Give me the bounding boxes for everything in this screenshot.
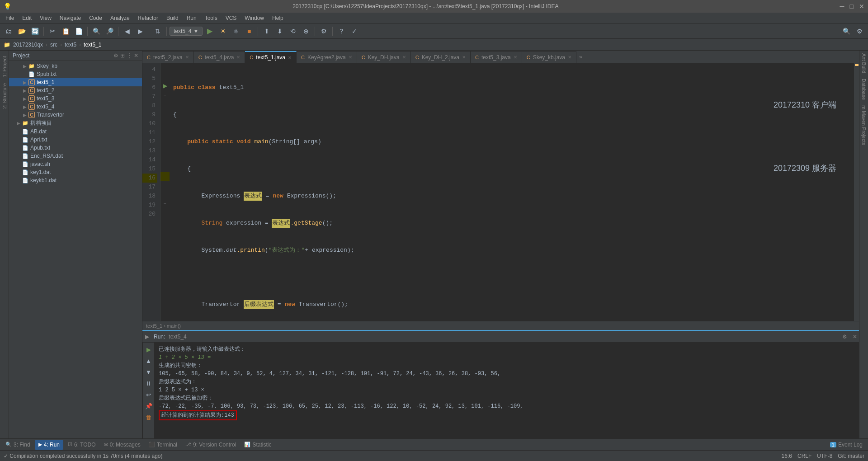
bottom-tab-statistic[interactable]: 📊 Statistic bbox=[241, 440, 275, 450]
run-pause-btn[interactable]: ⏸ bbox=[144, 378, 154, 388]
tab-more-button[interactable]: » bbox=[576, 54, 585, 60]
status-git-branch[interactable]: Git: master bbox=[838, 453, 864, 459]
project-expand-icon[interactable]: ⊞ bbox=[120, 52, 125, 59]
status-line-ending[interactable]: CRLF bbox=[797, 453, 811, 459]
tab-close-key-dh[interactable]: ✕ bbox=[402, 55, 406, 60]
tab-text5-3[interactable]: C text5_3.java ✕ bbox=[471, 51, 522, 63]
fold-gutter-line19[interactable]: − bbox=[160, 199, 170, 208]
run-pin-btn[interactable]: 📌 bbox=[144, 401, 154, 411]
paste-btn[interactable]: 📄 bbox=[73, 25, 85, 37]
find-btn[interactable]: 🔍 bbox=[90, 25, 102, 37]
tab-close-keyagree2[interactable]: ✕ bbox=[349, 55, 352, 60]
vcs4-btn[interactable]: ⊕ bbox=[300, 25, 312, 37]
status-position[interactable]: 16:6 bbox=[782, 453, 792, 459]
search-everywhere-btn[interactable]: 🔍 bbox=[840, 25, 852, 37]
run-scroll-down-btn[interactable]: ▼ bbox=[144, 367, 154, 377]
bottom-tab-run[interactable]: ▶ 4: Run bbox=[35, 440, 63, 450]
checkmark-btn[interactable]: ✓ bbox=[349, 25, 360, 37]
maximize-button[interactable]: □ bbox=[850, 3, 854, 10]
sync-btn[interactable]: 🔄 bbox=[29, 25, 41, 37]
tree-item-spub[interactable]: 📄 Spub.txt bbox=[9, 70, 142, 78]
project-settings-icon[interactable]: ⋮ bbox=[127, 52, 132, 59]
breadcrumb-src[interactable]: src bbox=[50, 42, 57, 48]
code-content[interactable]: public class text5_1 { public static voi… bbox=[170, 63, 854, 321]
tab-skey-kb[interactable]: C Skey_kb.java ✕ bbox=[522, 51, 576, 63]
run-stop-btn[interactable]: 🗑 bbox=[144, 412, 154, 422]
menu-code[interactable]: Code bbox=[85, 14, 106, 22]
menu-vcs[interactable]: VCS bbox=[222, 14, 241, 22]
breadcrumb-current[interactable]: text5_1 bbox=[84, 42, 101, 48]
vcs1-btn[interactable]: ⬆ bbox=[261, 25, 273, 37]
tree-arrow-dada[interactable]: ▶ bbox=[15, 121, 22, 126]
run-wrap-btn[interactable]: ↩ bbox=[144, 390, 154, 400]
cut-btn[interactable]: ✂ bbox=[47, 25, 58, 37]
right-label-ant[interactable]: Ant Build bbox=[859, 51, 868, 76]
settings2-btn[interactable]: ⚙ bbox=[854, 25, 865, 37]
fold-gutter-line7[interactable]: − bbox=[160, 90, 170, 99]
tree-item-text5-4[interactable]: ▶ C text5_4 bbox=[9, 103, 142, 111]
tree-item-apri[interactable]: 📄 Apri.txt bbox=[9, 136, 142, 144]
stop-btn[interactable]: ■ bbox=[243, 25, 255, 37]
vcs3-btn[interactable]: ⟲ bbox=[287, 25, 299, 37]
find-replace-btn[interactable]: 🔎 bbox=[104, 25, 115, 37]
structure-btn[interactable]: ⇅ bbox=[152, 25, 164, 37]
tree-item-key1[interactable]: 📄 key1.dat bbox=[9, 168, 142, 176]
event-log-btn[interactable]: 1 Event Log bbox=[826, 440, 866, 450]
menu-navigate[interactable]: Navigate bbox=[56, 14, 85, 22]
bottom-tab-todo[interactable]: ☑ 6: TODO bbox=[64, 440, 99, 450]
menu-tools[interactable]: Tools bbox=[201, 14, 221, 22]
sidebar-label-project[interactable]: 1: Project bbox=[1, 54, 8, 79]
project-close-icon[interactable]: ✕ bbox=[134, 52, 138, 59]
code-editor[interactable]: 4 5 6 7 8 9 10 11 12 13 14 15 16 17 18 1… bbox=[142, 63, 854, 321]
bottom-tab-terminal[interactable]: ⬛ Terminal bbox=[145, 440, 181, 450]
tree-item-keykb1[interactable]: 📄 keykb1.dat bbox=[9, 176, 142, 184]
right-scrollbar[interactable] bbox=[854, 63, 859, 321]
tree-arrow-text5-2[interactable]: ▶ bbox=[22, 88, 28, 93]
run-scroll-up-btn[interactable]: ▲ bbox=[144, 356, 154, 366]
status-encoding[interactable]: UTF-8 bbox=[817, 453, 832, 459]
bottom-tab-find[interactable]: 🔍 3: Find bbox=[2, 440, 34, 450]
run-again-btn[interactable]: ▶ bbox=[144, 344, 154, 354]
project-gear-icon[interactable]: ⚙ bbox=[113, 52, 118, 59]
tree-item-text5-2[interactable]: ▶ C text5_2 bbox=[9, 86, 142, 94]
tab-text5-1[interactable]: C text5_1.java ✕ bbox=[245, 51, 297, 63]
tab-key-dh-2[interactable]: C Key_DH_2.java ✕ bbox=[411, 51, 471, 63]
forward-btn[interactable]: ▶ bbox=[134, 25, 146, 37]
menu-run[interactable]: Run bbox=[183, 14, 200, 22]
copy-btn[interactable]: 📋 bbox=[60, 25, 71, 37]
tree-item-ab-dat[interactable]: 📄 AB.dat bbox=[9, 127, 142, 136]
help2-btn[interactable]: ? bbox=[335, 25, 347, 37]
sidebar-label-structure[interactable]: 2: Structure bbox=[1, 81, 8, 111]
tab-key-dh[interactable]: C Key_DH.java ✕ bbox=[357, 51, 411, 63]
tree-arrow-skey-kb[interactable]: ▶ bbox=[22, 64, 28, 69]
menu-window[interactable]: Window bbox=[241, 14, 268, 22]
tree-item-enc[interactable]: 📄 Enc_RSA.dat bbox=[9, 152, 142, 160]
menu-file[interactable]: File bbox=[2, 14, 18, 22]
tab-close-text5-2[interactable]: ✕ bbox=[185, 55, 189, 60]
tree-item-text5-3[interactable]: ▶ C text5_3 bbox=[9, 94, 142, 103]
run-gutter-line6[interactable]: ▶ bbox=[160, 81, 170, 90]
bottom-tab-messages[interactable]: ✉ 0: Messages bbox=[100, 440, 144, 450]
right-label-database[interactable]: Database bbox=[859, 76, 868, 103]
settings-btn[interactable]: ⚙ bbox=[318, 25, 330, 37]
tab-close-text5-4[interactable]: ✕ bbox=[236, 55, 240, 60]
menu-help[interactable]: Help bbox=[269, 14, 287, 22]
tree-item-javac[interactable]: 📄 javac.sh bbox=[9, 160, 142, 168]
tree-item-apub[interactable]: 📄 Apub.txt bbox=[9, 144, 142, 152]
tree-arrow-text5-3[interactable]: ▶ bbox=[22, 96, 28, 101]
bottom-settings-icon[interactable]: ⚙ bbox=[840, 334, 849, 340]
breadcrumb-project[interactable]: 20172310qx bbox=[13, 42, 43, 48]
run-button[interactable]: ▶ bbox=[204, 25, 216, 37]
tree-item-skey-kb[interactable]: ▶ 📁 Skey_kb bbox=[9, 62, 142, 70]
close-button[interactable]: ✕ bbox=[859, 3, 864, 10]
tree-arrow-transvertor[interactable]: ▶ bbox=[22, 113, 28, 118]
tab-keyagree2[interactable]: C KeyAgree2.java ✕ bbox=[297, 51, 357, 63]
back-btn[interactable]: ◀ bbox=[121, 25, 133, 37]
tree-arrow-text5-1[interactable]: ▶ bbox=[22, 80, 28, 85]
coverage-btn[interactable]: ⚛ bbox=[230, 25, 242, 37]
tree-item-text5-1[interactable]: ▶ C text5_1 bbox=[9, 78, 142, 86]
right-label-maven[interactable]: m Maven Projects bbox=[859, 103, 868, 148]
tree-item-dada[interactable]: ▶ 📁 搭档项目 bbox=[9, 119, 142, 127]
tab-text5-2[interactable]: C text5_2.java ✕ bbox=[142, 51, 194, 63]
tab-close-text5-1[interactable]: ✕ bbox=[288, 55, 292, 60]
